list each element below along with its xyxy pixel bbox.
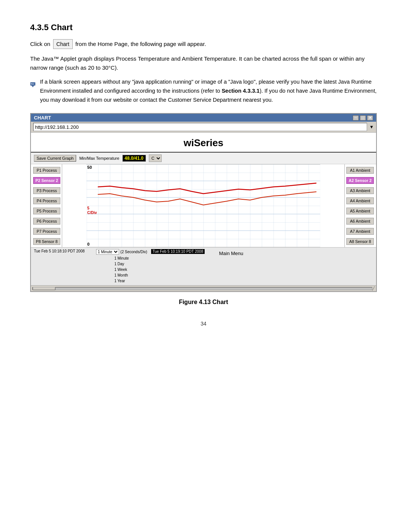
address-bar: ▼ [31,122,376,133]
left-label-p3[interactable]: P3 Process [33,187,60,194]
chart-button-inline: Chart [53,39,73,49]
close-button[interactable]: ✕ [367,115,373,121]
svg-marker-3 [32,86,34,87]
dropdown-arrow-icon[interactable]: ▼ [369,124,374,130]
right-label-a3[interactable]: A3 Ambient [346,187,374,194]
wiseries-header: wiSeries [31,133,376,153]
time-interval-select[interactable]: 1 Minute 1 Day 1 Week 1 Month 1 Year [96,249,119,255]
figure-caption: Figure 4.13 Chart [30,299,377,306]
left-label-p7[interactable]: P7 Process [33,228,60,235]
unit-select[interactable]: C F [149,154,162,162]
svg-text:50: 50 [87,165,92,170]
time-right: Tue Feb 5 10:19:10 PDT 2008 [151,249,205,254]
svg-text:5: 5 [87,206,90,210]
time-option-1week: 1 Week [114,267,129,272]
right-labels: A1 Ambient A2 Sensor 2 A3 Ambient A4 Amb… [345,164,376,247]
note-box: Note ☞ If a blank screen appears without… [30,78,377,105]
browser-content: wiSeries Save Current Graph Min/Max Temp… [31,133,376,291]
paragraph2: The Java™ Applet graph displays Process … [30,54,377,72]
time-axis: Tue Feb 5 10:18:10 PDT 2008 1 Minute 1 D… [31,247,376,285]
paragraph1: Click on Chart from the Home Page, the f… [30,39,377,49]
svg-text:C/Div: C/Div [87,211,97,215]
min-max-label: Min/Max Temperature [79,156,119,161]
left-label-p5[interactable]: P5 Process [33,208,60,214]
svg-text:☞: ☞ [31,83,32,84]
minimize-button[interactable]: ─ [353,115,359,121]
temp-display: 48.0/41.0 [122,155,146,162]
maximize-button[interactable]: □ [360,115,366,121]
left-label-p2[interactable]: P2 Sensor 2 [33,177,60,184]
time-dropdown-area: 1 Minute 1 Day 1 Week 1 Month 1 Year (2 … [96,249,147,284]
time-options-list: 1 Minute 1 Day 1 Week 1 Month 1 Year [114,255,129,284]
section-ref: Section 4.3.3.1 [222,88,260,94]
right-label-a1[interactable]: A1 Ambient [346,167,374,174]
browser-window: CHART ─ □ ✕ ▼ wiSeries Save Current Grap… [30,113,377,292]
right-label-a4[interactable]: A4 Ambient [346,197,374,204]
browser-scrollbar: ╱ [31,285,376,291]
right-label-a6[interactable]: A6 Ambient [346,218,374,225]
titlebar-buttons: ─ □ ✕ [353,115,373,121]
chart-body: P1 Process P2 Sensor 2 P3 Process P4 Pro… [31,164,376,247]
note-text: If a blank screen appears without any "j… [40,78,377,105]
save-current-graph-button[interactable]: Save Current Graph [34,155,76,162]
time-option-1month: 1 Month [114,272,129,278]
svg-rect-4 [87,164,320,247]
time-option-1year: 1 Year [114,278,129,284]
left-label-p4[interactable]: P4 Process [33,197,60,204]
left-label-p1[interactable]: P1 Process [33,167,60,174]
time-interval-row: 1 Minute 1 Day 1 Week 1 Month 1 Year (2 … [96,249,147,255]
svg-text:0: 0 [87,242,90,246]
chart-svg: 50 5 C/Div 0 [62,164,345,247]
chart-graph-container: 50 5 C/Div 0 [62,164,345,247]
right-label-a8[interactable]: A8 Sensor 8 [346,238,374,245]
chart-toolbar: Save Current Graph Min/Max Temperature 4… [31,153,376,164]
right-label-a2[interactable]: A2 Sensor 2 [346,177,374,184]
browser-titlebar: CHART ─ □ ✕ [31,114,376,122]
left-label-p8[interactable]: P8 Sensor 8 [33,238,60,245]
time-option-1min: 1 Minute [114,255,129,261]
time-option-1day: 1 Day [114,261,129,267]
right-label-a5[interactable]: A5 Ambient [346,208,374,214]
page-number: 34 [30,321,377,327]
time-left: Tue Feb 5 10:18:10 PDT 2008 [34,249,85,253]
seconds-per-div: (2 Seconds/Div) [121,250,147,254]
resize-handle-icon: ╱ [372,286,375,290]
right-label-a7[interactable]: A7 Ambient [346,228,374,235]
address-input[interactable] [33,123,367,131]
browser-title: CHART [34,115,51,121]
note-icon: Note ☞ [30,78,35,92]
left-label-p6[interactable]: P6 Process [33,218,60,225]
section-title: 4.3.5 Chart [30,23,377,32]
left-labels: P1 Process P2 Sensor 2 P3 Process P4 Pro… [31,164,62,247]
main-menu[interactable]: Main Menu [216,249,246,258]
